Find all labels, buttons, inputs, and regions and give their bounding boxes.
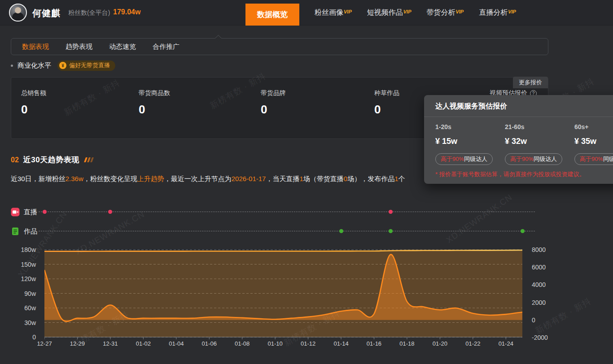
x-axis-label: 01-16: [361, 340, 386, 347]
fans-count-label: 粉丝数(全平台): [68, 9, 110, 17]
subnav-item-2[interactable]: 趋势表现: [66, 43, 92, 51]
quote-popup-title: 达人视频服务预估报价: [424, 95, 613, 117]
watermark-text: XD.NEWRANK.CN: [444, 192, 514, 245]
summary-highlight: 2026-01-17: [232, 175, 266, 182]
stat-label: 带货商品数: [139, 89, 261, 97]
percentile-badge: 高于90%同级达人: [435, 153, 493, 165]
quote-column-1: 1-20s¥ 15w高于90%同级达人: [435, 123, 505, 165]
live-event-dot[interactable]: [389, 210, 393, 214]
section-header-trend: 02 近30天趋势表现: [11, 155, 93, 165]
badge-rest: 同级达人: [603, 155, 613, 163]
badge-rest: 同级达人: [464, 155, 487, 163]
works-event-track: [39, 231, 535, 231]
y-axis-right-label: 6000: [532, 264, 546, 271]
legend-row-live: 直播: [11, 207, 37, 217]
x-axis-label: 01-12: [296, 340, 321, 347]
x-axis-label: 01-18: [394, 340, 420, 347]
x-axis-label: 01-14: [328, 340, 354, 347]
legend-works-label: 作品: [24, 227, 37, 236]
stat-value: 0: [139, 103, 261, 117]
subnav-item-4[interactable]: 合作推广: [153, 43, 180, 51]
vip-badge: VIP: [344, 9, 352, 14]
quote-duration: 21-60s: [505, 123, 574, 130]
summary-highlight: 1: [299, 175, 303, 182]
y-axis-right-label: 4000: [532, 281, 546, 288]
summary-text: 近30日，新增粉丝: [11, 175, 66, 182]
main-tab-5[interactable]: 直播分析VIP: [479, 8, 516, 17]
fans-area-fill: [44, 250, 522, 337]
summary-text: 个: [398, 175, 405, 182]
stat-label: 总销售额: [21, 89, 139, 97]
vip-badge: VIP: [403, 9, 412, 14]
quote-column-2: 21-60s¥ 32w高于90%同级达人: [505, 123, 574, 165]
x-axis-label: 12-29: [65, 340, 90, 347]
quote-price: ¥ 35w: [574, 137, 613, 146]
commerce-level-label: 商业化水平: [18, 61, 51, 70]
y-axis-right-label: 0: [532, 316, 535, 324]
work-event-dot[interactable]: [389, 229, 393, 233]
quote-price: ¥ 32w: [505, 137, 574, 146]
badge-highlight: 高于90%: [510, 155, 534, 163]
vip-badge: VIP: [508, 9, 516, 14]
x-axis-label: 01-20: [427, 340, 452, 347]
summary-highlight: 0: [344, 175, 347, 182]
document-icon: [11, 227, 20, 236]
live-event-dot[interactable]: [108, 210, 112, 214]
top-header: 何健麒 粉丝数(全平台) 179.04w 数据概览粉丝画像VIP短视频作品VIP…: [0, 0, 613, 26]
y-axis-right-label: 8000: [532, 246, 546, 253]
y-axis-left-label: 90w: [8, 290, 36, 297]
quote-popup-columns: 1-20s¥ 15w高于90%同级达人21-60s¥ 32w高于90%同级达人6…: [424, 123, 613, 165]
analytics-dashboard: 何健麒 粉丝数(全平台) 179.04w 数据概览粉丝画像VIP短视频作品VIP…: [0, 0, 613, 364]
fans-trend-chart: 180w150w120w90w60w30w080006000400020000-…: [0, 244, 613, 364]
y-axis-left-label: 60w: [8, 304, 36, 312]
x-axis-label: 01-22: [460, 340, 486, 347]
section-title: 近30天趋势表现: [23, 155, 79, 165]
stat-value: 0: [21, 103, 139, 117]
stat-value: 0: [261, 103, 374, 117]
x-axis-label: 01-04: [164, 340, 189, 347]
badge-highlight: 高于90%: [580, 155, 603, 163]
summary-highlight: 上升趋势: [137, 175, 164, 182]
more-quotes-button[interactable]: 更多报价: [513, 77, 548, 88]
stat-column-3: 带货品牌0: [261, 89, 374, 117]
coin-icon: ¥: [59, 62, 66, 69]
stat-label: 带货品牌: [261, 89, 374, 97]
percentile-badge: 高于90%同级达人: [574, 153, 613, 165]
main-tab-3[interactable]: 短视频作品VIP: [367, 8, 412, 17]
quote-duration: 60s+: [574, 123, 613, 130]
video-quote-popup: 达人视频服务预估报价 1-20s¥ 15w高于90%同级达人21-60s¥ 32…: [424, 95, 613, 184]
badge-rest: 同级达人: [534, 155, 557, 163]
bullet-icon: [11, 65, 13, 67]
active-tab-caret: [215, 35, 222, 42]
y-axis-left-label: 120w: [8, 275, 36, 282]
x-axis-label: 01-06: [197, 340, 222, 347]
main-nav-tabs: 数据概览粉丝画像VIP短视频作品VIP带货分析VIP直播分析VIP: [245, 0, 516, 26]
vip-badge: VIP: [455, 9, 464, 14]
summary-highlight: 2.36w: [66, 175, 83, 182]
commerce-preference-badge: ¥ 偏好无带货直播: [57, 61, 115, 71]
work-event-dot[interactable]: [339, 229, 343, 233]
summary-text: ，最近一次上升节点为: [164, 175, 232, 182]
stat-column-2: 带货商品数0: [139, 89, 261, 117]
sub-nav: 数据表现趋势表现动态速览合作推广: [11, 38, 548, 55]
main-tab-2[interactable]: 粉丝画像VIP: [315, 8, 352, 17]
live-event-dot[interactable]: [43, 210, 47, 214]
main-tab-4[interactable]: 带货分析VIP: [426, 8, 464, 17]
quote-price: ¥ 15w: [435, 137, 505, 146]
subnav-item-3[interactable]: 动态速览: [109, 43, 136, 51]
trend-plot-area[interactable]: [44, 244, 522, 341]
x-axis-label: 01-10: [263, 340, 288, 347]
live-event-track: [39, 212, 535, 212]
main-tab-1[interactable]: 数据概览: [245, 4, 299, 26]
subnav-item-1[interactable]: 数据表现: [22, 43, 49, 51]
creator-avatar[interactable]: [9, 4, 27, 22]
commerce-level-row: 商业化水平 ¥ 偏好无带货直播: [11, 60, 115, 71]
work-event-dot[interactable]: [521, 229, 525, 233]
quote-duration: 1-20s: [435, 123, 505, 130]
summary-text: 场），发布作品: [347, 175, 394, 182]
x-axis-label: 01-02: [131, 340, 156, 347]
badge-highlight: 高于90%: [441, 155, 464, 163]
quote-column-3: 60s+¥ 35w高于90%同级达人: [574, 123, 613, 165]
x-axis-label: 01-24: [493, 340, 518, 347]
legend-row-works: 作品: [11, 226, 37, 237]
